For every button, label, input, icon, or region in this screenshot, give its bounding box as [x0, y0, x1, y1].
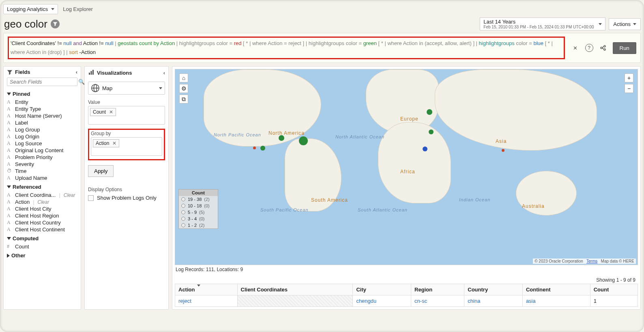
value-label: Value: [88, 99, 165, 105]
caret-down-icon: [51, 8, 54, 10]
ocean-sa: South Atlantic Ocean: [358, 207, 408, 212]
service-dropdown[interactable]: Logging Analytics: [3, 4, 58, 14]
groupby-chip[interactable]: Action✕: [93, 139, 119, 147]
field-type-icon: A: [7, 199, 13, 205]
table-header[interactable]: Action: [175, 284, 238, 295]
table-header[interactable]: Country: [464, 284, 523, 295]
field-item[interactable]: ALabel: [7, 119, 77, 126]
table-row[interactable]: reject chengdu cn-sc china asia 1: [175, 295, 638, 307]
field-item[interactable]: AClient Host Region: [7, 212, 77, 219]
service-label: Logging Analytics: [7, 6, 48, 12]
run-button[interactable]: Run: [613, 42, 636, 54]
field-type-icon: #: [7, 244, 13, 250]
clear-filter-link[interactable]: Clear: [64, 192, 75, 198]
cell-city[interactable]: chengdu: [356, 298, 376, 304]
remove-chip-icon[interactable]: ✕: [109, 109, 113, 115]
field-item[interactable]: #Count: [7, 243, 77, 250]
time-range-dropdown[interactable]: Last 14 Years Feb 15, 2010 01:33 PM - Fe…: [480, 17, 605, 30]
cell-continent[interactable]: asia: [526, 298, 536, 304]
referenced-section[interactable]: Referenced: [7, 184, 77, 190]
globe-icon: [91, 84, 100, 93]
show-problem-checkbox[interactable]: Show Problem Logs Only: [88, 195, 165, 201]
remove-chip-icon[interactable]: ✕: [112, 140, 116, 146]
clear-query-icon[interactable]: ✕: [571, 43, 580, 53]
field-type-icon: A: [7, 192, 13, 198]
field-item[interactable]: AUpload Name: [7, 175, 77, 181]
map-view[interactable]: North America South America Europe Afric…: [175, 69, 638, 265]
map-select-icon[interactable]: ⧉: [179, 95, 188, 103]
records-summary: Log Records: 111, Locations: 9: [175, 265, 638, 276]
map-dot[interactable]: [253, 147, 256, 149]
field-item[interactable]: ALog Origin: [7, 133, 77, 140]
table-header[interactable]: Continent: [522, 284, 590, 295]
collapse-fields-icon[interactable]: ‹: [76, 69, 77, 75]
help-icon[interactable]: ?: [585, 44, 593, 52]
field-item[interactable]: AClient Host Continent: [7, 226, 77, 233]
field-item[interactable]: AHost Name (Server): [7, 112, 77, 119]
field-type-icon: A: [7, 206, 13, 212]
field-item[interactable]: AClient Coordina...|Clear: [7, 192, 77, 198]
field-item[interactable]: AAction|Clear: [7, 198, 77, 205]
viz-type-select[interactable]: Map: [88, 82, 165, 95]
field-item[interactable]: ALog Source: [7, 140, 77, 147]
table-header[interactable]: Client Coordinates: [237, 284, 353, 295]
actions-menu[interactable]: Actions: [609, 18, 641, 30]
caret-down-icon: [159, 87, 162, 89]
fields-search[interactable]: 🔍: [7, 78, 77, 86]
search-input[interactable]: [10, 79, 78, 85]
field-item[interactable]: ASeverity: [7, 161, 77, 168]
zoom-in-button[interactable]: +: [625, 73, 633, 82]
share-icon[interactable]: [598, 43, 608, 53]
svg-point-2: [604, 49, 605, 50]
terms-link[interactable]: Terms: [586, 259, 597, 263]
groupby-field[interactable]: Action✕: [91, 137, 162, 156]
field-type-icon: A: [7, 161, 13, 167]
apply-button[interactable]: Apply: [88, 165, 114, 177]
cell-region[interactable]: cn-sc: [414, 298, 427, 304]
field-item[interactable]: AClient Host City: [7, 205, 77, 212]
table-header[interactable]: Region: [411, 284, 464, 295]
cell-action[interactable]: reject: [178, 298, 191, 304]
field-type-icon: A: [7, 99, 13, 105]
ocean-np: North Pacific Ocean: [214, 132, 261, 137]
field-item[interactable]: AClient Host Country: [7, 219, 77, 226]
breadcrumb[interactable]: Log Explorer: [63, 6, 93, 12]
clear-filter-link[interactable]: Clear: [38, 199, 49, 205]
field-item[interactable]: AOriginal Log Content: [7, 147, 77, 154]
other-section[interactable]: Other: [7, 252, 77, 259]
query-input[interactable]: 'Client Coordinates' != null and Action …: [8, 37, 565, 59]
value-chip[interactable]: Count✕: [90, 108, 116, 116]
cell-country[interactable]: china: [468, 298, 480, 304]
checkbox-icon: [88, 195, 94, 201]
field-item[interactable]: AProblem Priority: [7, 154, 77, 161]
value-field[interactable]: Count✕: [88, 106, 165, 125]
svg-point-0: [601, 47, 602, 49]
map-dot[interactable]: [260, 146, 265, 151]
svg-rect-6: [91, 71, 92, 75]
map-dot[interactable]: [502, 149, 504, 152]
pinned-section[interactable]: Pinned: [7, 91, 77, 97]
map-settings-icon[interactable]: ⚙: [179, 84, 188, 93]
filter-icon[interactable]: [51, 19, 60, 28]
map-label-na: North America: [268, 130, 305, 136]
computed-section[interactable]: Computed: [7, 235, 77, 241]
collapse-viz-icon[interactable]: ‹: [163, 70, 165, 76]
svg-rect-7: [92, 70, 94, 75]
table-pagination-label: Showing 1 - 9 of 9: [175, 276, 638, 284]
field-type-icon: A: [7, 140, 13, 147]
field-type-icon: A: [7, 226, 13, 233]
field-item[interactable]: ALog Group: [7, 126, 77, 133]
ocean-io: Indian Ocean: [459, 197, 490, 202]
map-home-icon[interactable]: ⌂: [179, 73, 188, 82]
filter-icon: [7, 69, 13, 75]
table-header[interactable]: City: [353, 284, 411, 295]
time-range-label: Last 14 Years: [483, 19, 594, 25]
ocean-na: North Atlantic Ocean: [335, 134, 384, 139]
field-item[interactable]: ⏱Time: [7, 168, 77, 175]
field-item[interactable]: AEntity Type: [7, 106, 77, 112]
field-item[interactable]: AEntity: [7, 99, 77, 106]
search-icon: 🔍: [78, 79, 85, 85]
zoom-out-button[interactable]: −: [625, 84, 633, 93]
table-header[interactable]: Count: [590, 284, 638, 295]
legend-row: 5 - 9 (5): [179, 209, 218, 216]
